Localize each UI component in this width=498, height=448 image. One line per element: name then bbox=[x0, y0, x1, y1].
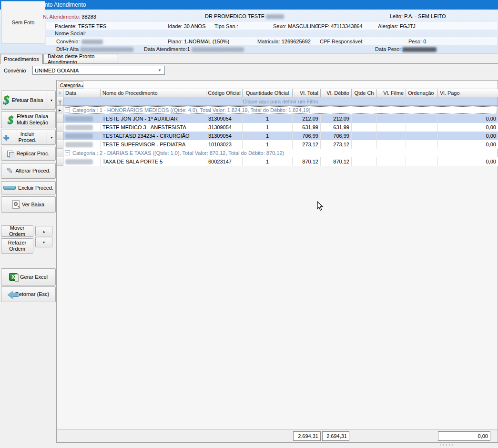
table-row[interactable]: TESTE JON JON - 1º AUXILIAR 31309054 1 2… bbox=[57, 114, 498, 123]
dropdown-arrow-icon[interactable]: ▼ bbox=[50, 136, 54, 139]
cell-quantidade[interactable]: 1 bbox=[243, 140, 293, 149]
cell-quantidade[interactable]: 1 bbox=[243, 132, 293, 140]
cell-ordenacao[interactable] bbox=[406, 132, 438, 140]
table-row[interactable]: TESTAEFASD 234234 - CIRURGIÃO 31309054 1… bbox=[57, 132, 498, 140]
table-row[interactable]: TESTE MEDICO 3 - ANESTESISTA 31309054 1 … bbox=[57, 123, 498, 132]
efetuar-baixa-button[interactable]: $ Efetuar Baixa ▼ bbox=[1, 91, 56, 110]
collapse-icon[interactable]: − bbox=[65, 107, 70, 112]
cell-codigo[interactable]: 31309054 bbox=[206, 132, 243, 140]
cell-ordenacao[interactable] bbox=[406, 157, 438, 166]
cell-vl-debito[interactable]: 631,99 bbox=[321, 123, 352, 132]
gerar-excel-button[interactable]: X Gerar Excel bbox=[1, 268, 56, 285]
col-header-quantidade[interactable]: Quantidade Oficial bbox=[243, 89, 293, 97]
cell-nome[interactable]: TESTE SUPERVISOR - PEDIATRA bbox=[101, 140, 206, 149]
cell-qtde-ch[interactable] bbox=[352, 123, 377, 132]
group-by-categoria[interactable]: Categoria ▲ bbox=[59, 81, 83, 89]
convenio-combobox[interactable]: UNIMED GOIANIA ▼ bbox=[32, 66, 165, 75]
cell-vl-debito[interactable]: 273,12 bbox=[321, 140, 352, 149]
group-by-panel[interactable]: Categoria ▲ bbox=[57, 81, 498, 89]
cell-vl-debito[interactable]: 706,99 bbox=[321, 132, 352, 140]
col-header-vl-pago[interactable]: Vl. Pago bbox=[438, 89, 498, 97]
cell-codigo[interactable]: 10103023 bbox=[206, 140, 243, 149]
cell-codigo[interactable]: 31309054 bbox=[206, 114, 243, 123]
dropdown-arrow-icon[interactable]: ▼ bbox=[50, 99, 54, 102]
collapse-icon[interactable]: − bbox=[65, 150, 70, 155]
paciente-field: Paciente: TESTE TES bbox=[55, 23, 106, 29]
cell-codigo[interactable]: 31309054 bbox=[206, 123, 243, 132]
cell-ordenacao[interactable] bbox=[406, 114, 438, 123]
cell-quantidade[interactable]: 1 bbox=[243, 157, 293, 166]
col-header-ordenacao[interactable]: Ordenação bbox=[406, 89, 438, 97]
cell-vl-filme[interactable] bbox=[377, 123, 406, 132]
alterar-proced-button[interactable]: ✎ Alterar Proced. bbox=[1, 163, 56, 179]
cell-vl-pago[interactable]: 0,00 bbox=[438, 132, 498, 140]
cell-vl-total[interactable]: 212,09 bbox=[293, 114, 321, 123]
sexo-field: Sexo: MASCULINO bbox=[273, 23, 319, 29]
col-header-data[interactable]: Data bbox=[63, 89, 101, 97]
table-row[interactable]: TAXA DE SALA PORTE 5 60023147 1 870,12 8… bbox=[57, 157, 498, 166]
cell-nome[interactable]: TESTE MEDICO 3 - ANESTESISTA bbox=[101, 123, 206, 132]
cell-ordenacao[interactable] bbox=[406, 123, 438, 132]
refazer-ordem-button[interactable]: Refazer Ordem bbox=[1, 238, 33, 254]
mover-ordem-button[interactable]: Mover Ordem bbox=[1, 225, 33, 237]
cell-vl-filme[interactable] bbox=[377, 132, 406, 140]
cell-vl-filme[interactable] bbox=[377, 114, 406, 123]
cell-vl-pago[interactable]: 0,00 bbox=[438, 114, 498, 123]
cell-data[interactable] bbox=[63, 140, 101, 149]
resize-grip[interactable] bbox=[439, 444, 453, 446]
filter-row[interactable]: Clique aqui para definir um Filtro bbox=[57, 97, 498, 106]
sort-asc-icon: ▲ bbox=[81, 84, 84, 87]
cell-data[interactable] bbox=[63, 114, 101, 123]
cell-qtde-ch[interactable] bbox=[352, 132, 377, 140]
efetuar-baixa-multi-button[interactable]: $ Efetuar Baixa Multi Seleção bbox=[1, 111, 56, 128]
col-header-vl-debito[interactable]: Vl. Débito bbox=[321, 89, 352, 97]
table-row[interactable]: TESTE SUPERVISOR - PEDIATRA 10103023 1 2… bbox=[57, 140, 498, 149]
cell-qtde-ch[interactable] bbox=[352, 140, 377, 149]
cell-data[interactable] bbox=[63, 123, 101, 132]
cell-nome[interactable]: TESTE JON JON - 1º AUXILIAR bbox=[101, 114, 206, 123]
replicar-proc-button[interactable]: Replicar Proc. bbox=[1, 147, 56, 161]
cell-vl-filme[interactable] bbox=[377, 157, 406, 166]
filter-row-text[interactable]: Clique aqui para definir um Filtro bbox=[63, 97, 498, 106]
cell-vl-debito[interactable]: 212,09 bbox=[321, 114, 352, 123]
cell-vl-pago[interactable]: 0,00 bbox=[438, 157, 498, 166]
excluir-proced-button[interactable]: Excluir Proced. bbox=[1, 181, 56, 194]
col-header-vl-filme[interactable]: Vl. Filme bbox=[377, 89, 406, 97]
cell-vl-total[interactable]: 870,12 bbox=[293, 157, 321, 166]
cell-vl-total[interactable]: 273,12 bbox=[293, 140, 321, 149]
tab-baixas[interactable]: Baixas deste Pronto Atendimento bbox=[43, 54, 118, 63]
leito-value: P.A. - SEM LEITO bbox=[404, 13, 446, 19]
cell-codigo[interactable]: 60023147 bbox=[206, 157, 243, 166]
ver-baixa-button[interactable]: Ver Baixa bbox=[1, 196, 56, 213]
category-row-1[interactable]: ► − Categoria : 1 - HONORÁRIOS MÉDICOS (… bbox=[57, 106, 498, 114]
cell-vl-pago[interactable]: 0,00 bbox=[438, 123, 498, 132]
cell-vl-total[interactable]: 631,99 bbox=[293, 123, 321, 132]
cell-vl-filme[interactable] bbox=[377, 140, 406, 149]
move-up-button[interactable]: ▲ bbox=[35, 226, 52, 236]
col-header-qtde-ch[interactable]: Qtde Ch bbox=[352, 89, 377, 97]
category-row-2[interactable]: − Categoria : 2 - DIÁRIAS E TAXAS ((Qtde… bbox=[57, 149, 498, 157]
retornar-button[interactable]: Retornar (Esc) bbox=[1, 286, 56, 302]
cell-vl-debito[interactable]: 870,12 bbox=[321, 157, 352, 166]
cell-vl-total[interactable]: 706,99 bbox=[293, 132, 321, 140]
incluir-proced-button[interactable]: ✚ Incluir Proced. ▼ bbox=[1, 130, 56, 145]
cell-data[interactable] bbox=[63, 132, 101, 140]
cell-data[interactable] bbox=[63, 157, 101, 166]
col-header-vl-total[interactable]: Vl. Total bbox=[293, 89, 321, 97]
plus-icon: ✚ bbox=[3, 134, 9, 141]
cell-qtde-ch[interactable] bbox=[352, 114, 377, 123]
cell-qtde-ch[interactable] bbox=[352, 157, 377, 166]
cell-ordenacao[interactable] bbox=[406, 140, 438, 149]
cell-quantidade[interactable]: 1 bbox=[243, 114, 293, 123]
cell-nome[interactable]: TESTAEFASD 234234 - CIRURGIÃO bbox=[101, 132, 206, 140]
cell-nome[interactable]: TAXA DE SALA PORTE 5 bbox=[101, 157, 206, 166]
cell-vl-pago[interactable]: 0,00 bbox=[438, 140, 498, 149]
leito-label: Leito: bbox=[390, 13, 403, 19]
redacted-date bbox=[65, 116, 93, 122]
move-down-button[interactable]: ▼ bbox=[35, 237, 52, 247]
combo-dropdown-icon[interactable]: ▼ bbox=[158, 68, 163, 72]
col-header-nome[interactable]: Nome do Procedimento bbox=[101, 89, 206, 97]
tab-procedimentos[interactable]: Procedimentos bbox=[0, 54, 43, 64]
cell-quantidade[interactable]: 1 bbox=[243, 123, 293, 132]
col-header-codigo[interactable]: Código Oficial bbox=[206, 89, 243, 97]
